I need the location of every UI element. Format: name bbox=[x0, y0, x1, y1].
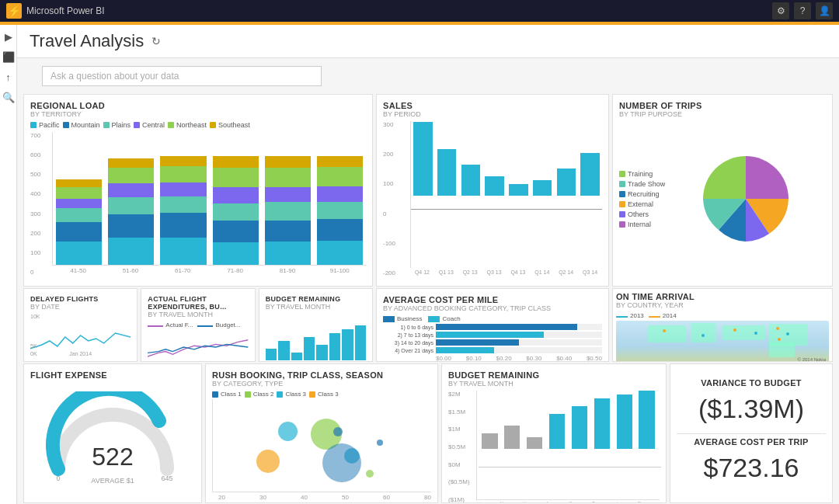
nav-expand-icon[interactable]: ▶ bbox=[2, 31, 15, 43]
sales-x-labels: Q4 12 Q1 13 Q2 13 Q3 13 Q4 13 Q1 14 Q2 1… bbox=[410, 268, 602, 276]
budget-small-subtitle: BY TRAVEL MONTH bbox=[266, 303, 366, 311]
delayed-subtitle: BY DATE bbox=[30, 303, 131, 311]
legend-actual: Actual F... bbox=[148, 322, 193, 328]
bar-group-2 bbox=[108, 156, 154, 265]
flight-expense-card: Flight Expense 522 0 645 AVERAGE $1 bbox=[23, 363, 202, 503]
hbar-row-4: 4) Over 21 days bbox=[383, 347, 602, 353]
qa-input[interactable]: Ask a question about your data bbox=[42, 66, 322, 86]
hbar-track-1 bbox=[436, 324, 602, 330]
y-axis: 700 600 500 400 300 200 100 0 bbox=[30, 132, 52, 276]
rush-legend: Class 1 Class 2 Class 3 Class 3 bbox=[212, 391, 431, 398]
bar-group-5 bbox=[265, 156, 311, 265]
legend-others: Others bbox=[619, 210, 666, 218]
top-bar-actions: ⚙ ? 👤 bbox=[772, 2, 833, 19]
sales-title: Sales bbox=[383, 101, 602, 110]
gauge-area: 522 0 645 AVERAGE $1 bbox=[30, 380, 195, 496]
refresh-icon[interactable]: ↻ bbox=[151, 35, 161, 47]
legend-2014: 2014 bbox=[649, 312, 677, 319]
actual-legend: Actual F... Budget... bbox=[148, 322, 248, 328]
bar-groups bbox=[52, 132, 366, 266]
help-icon[interactable]: ? bbox=[794, 2, 811, 19]
main-layout: ▶ ⬛ ↑ 🔍 Travel Analysis ↻ Ask a question… bbox=[0, 25, 839, 504]
regional-load-card: Regional Load BY TERRITORY Pacific Mount… bbox=[23, 94, 373, 287]
avg-cost-card: Average Cost Per Mile BY ADVANCED BOOKIN… bbox=[376, 288, 609, 362]
avg-cost-legend: Business Coach bbox=[383, 315, 602, 322]
user-icon[interactable]: 👤 bbox=[816, 2, 833, 19]
trips-title: Number of Trips bbox=[619, 101, 826, 110]
legend-class2: Class 2 bbox=[245, 391, 274, 398]
x-axis-labels: 41-50 51-60 61-70 71-80 81-90 91-100 bbox=[52, 266, 366, 276]
svg-text:522: 522 bbox=[92, 443, 133, 471]
flight-expense-title: Flight Expense bbox=[30, 370, 195, 380]
hbar-track-3 bbox=[436, 339, 602, 346]
trips-subtitle: BY TRIP PURPOSE bbox=[619, 110, 826, 118]
pie-chart bbox=[666, 148, 826, 249]
nav-home-icon[interactable]: ⬛ bbox=[2, 51, 15, 64]
rush-booking-card: Rush Booking, Trip Class, Season BY CATE… bbox=[205, 363, 438, 503]
legend-central: Central bbox=[134, 121, 165, 129]
legend-coach: Coach bbox=[428, 315, 460, 322]
regional-load-subtitle: BY TERRITORY bbox=[30, 110, 366, 118]
top-bar: ⚡ Microsoft Power BI ⚙ ? 👤 bbox=[0, 0, 839, 22]
budget-large-chart: $2M $1.5M $1M $0.5M $0M ($0.5M) ($1M) bbox=[448, 391, 660, 503]
legend-class1: Class 1 bbox=[212, 391, 242, 398]
dashboard-row3: Flight Expense 522 0 645 AVERAGE $1 bbox=[17, 363, 839, 504]
sales-bars bbox=[410, 121, 602, 268]
bar-group-3 bbox=[160, 156, 206, 265]
avg-value: $723.16 bbox=[677, 453, 826, 483]
hbar-row-3: 3) 14 to 20 days bbox=[383, 339, 602, 346]
map-area: © 2014 Nokia bbox=[616, 321, 829, 362]
avg-section: Average Cost Per Trip $723.16 bbox=[677, 437, 826, 489]
small-cards-group: Delayed Flights BY DATE 10K 5K 0K Jan 20… bbox=[23, 288, 373, 362]
budget-bars bbox=[476, 391, 660, 500]
avg-cost-title: Average Cost Per Mile bbox=[383, 295, 602, 304]
rush-x-labels: 20 30 40 50 60 80 bbox=[212, 494, 431, 501]
variance-value: ($1.39M) bbox=[677, 394, 826, 424]
left-nav: ▶ ⬛ ↑ 🔍 bbox=[0, 25, 17, 504]
variance-card: Variance to Budget ($1.39M) Average Cost… bbox=[670, 363, 833, 503]
settings-icon[interactable]: ⚙ bbox=[772, 2, 789, 19]
svg-text:0: 0 bbox=[56, 474, 60, 482]
delayed-flights-card: Delayed Flights BY DATE 10K 5K 0K Jan 20… bbox=[23, 288, 138, 362]
budget-bars-area: 1/1/14 2/1/14 3/1/14 4/1/14 5/1/14 6/1/1… bbox=[476, 391, 660, 503]
app-logo: ⚡ bbox=[6, 3, 22, 19]
budget-large-title: Budget Remaining bbox=[448, 370, 660, 380]
legend-recruiting: Recruiting bbox=[619, 190, 666, 198]
legend-training: Training bbox=[619, 170, 666, 178]
bar-group-4 bbox=[213, 156, 259, 265]
app-name: Microsoft Power BI bbox=[26, 5, 105, 16]
avg-cost-subtitle: BY ADVANCED BOOKING CATEGORY, TRIP CLASS bbox=[383, 304, 602, 312]
legend-tradeshow: Trade Show bbox=[619, 180, 666, 188]
sales-card: Sales BY PERIOD 300 200 100 0 -100 -200 bbox=[376, 94, 609, 287]
legend-southeast: Southeast bbox=[210, 121, 250, 129]
hbar-x-labels: $0.00 $0.10 $0.20 $0.30 $0.40 $0.50 bbox=[383, 355, 602, 362]
budget-x-labels: 1/1/14 2/1/14 3/1/14 4/1/14 5/1/14 6/1/1… bbox=[476, 500, 660, 503]
trips-chart-area: Training Trade Show Recruiting External … bbox=[619, 121, 826, 276]
hbar-row-2: 2) 7 to 13 days bbox=[383, 332, 602, 338]
sales-chart: 300 200 100 0 -100 -200 bbox=[383, 121, 602, 276]
budget-y-axis: $2M $1.5M $1M $0.5M $0M ($0.5M) ($1M) bbox=[448, 391, 476, 503]
nav-search-icon[interactable]: 🔍 bbox=[2, 92, 15, 104]
hbar-row-1: 1) 0 to 6 days bbox=[383, 324, 602, 330]
nav-back-icon[interactable]: ↑ bbox=[2, 71, 15, 84]
regional-load-title: Regional Load bbox=[30, 101, 366, 110]
on-time-subtitle: BY COUNTRY, YEAR bbox=[616, 301, 829, 309]
legend-class3b: Class 3 bbox=[309, 391, 339, 398]
hbar-track-4 bbox=[436, 347, 602, 353]
dashboard-row1: Regional Load BY TERRITORY Pacific Mount… bbox=[17, 94, 839, 288]
budget-large-card: Budget Remaining BY TRAVEL MONTH $2M $1.… bbox=[441, 363, 667, 503]
budget-small-card: Budget Remaining BY TRAVEL MONTH bbox=[259, 288, 373, 362]
legend-internal: Internal bbox=[619, 221, 666, 228]
rush-title: Rush Booking, Trip Class, Season bbox=[212, 370, 431, 380]
bubble-area: minutes bbox=[212, 399, 431, 492]
variance-title: Variance to Budget bbox=[677, 378, 826, 388]
variance-section: Variance to Budget ($1.39M) bbox=[677, 378, 826, 430]
trips-card: Number of Trips BY TRIP PURPOSE Training… bbox=[612, 94, 833, 287]
actual-exp-card: Actual Flight Expenditures, Bu... BY TRA… bbox=[141, 288, 255, 362]
legend-budget: Budget... bbox=[197, 322, 240, 328]
svg-text:645: 645 bbox=[161, 474, 172, 482]
dashboard-row2: Delayed Flights BY DATE 10K 5K 0K Jan 20… bbox=[17, 288, 839, 363]
legend-pacific: Pacific bbox=[30, 121, 60, 129]
legend-mountain: Mountain bbox=[63, 121, 100, 129]
page-title: Travel Analysis bbox=[30, 31, 144, 51]
